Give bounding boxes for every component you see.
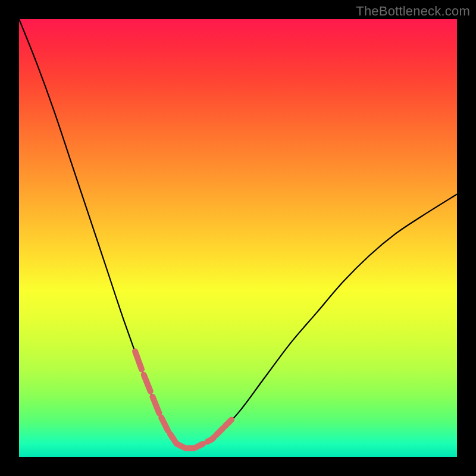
valley-markers <box>135 351 231 448</box>
valley-marker-segment <box>152 397 159 414</box>
valley-marker-segment <box>207 437 214 441</box>
valley-marker-segment <box>225 419 231 426</box>
valley-marker-segment <box>161 418 168 431</box>
valley-marker-segment <box>135 351 142 369</box>
valley-marker-segment <box>196 444 203 447</box>
valley-marker-segment <box>216 428 223 435</box>
curve-layer <box>19 19 457 457</box>
plot-area <box>19 19 457 457</box>
valley-marker-segment <box>179 445 186 449</box>
chart-frame: TheBottleneck.com <box>0 0 476 476</box>
valley-marker-segment <box>144 375 151 392</box>
valley-marker-segment <box>170 434 177 444</box>
watermark-text: TheBottleneck.com <box>356 4 470 19</box>
bottleneck-curve <box>19 19 457 449</box>
